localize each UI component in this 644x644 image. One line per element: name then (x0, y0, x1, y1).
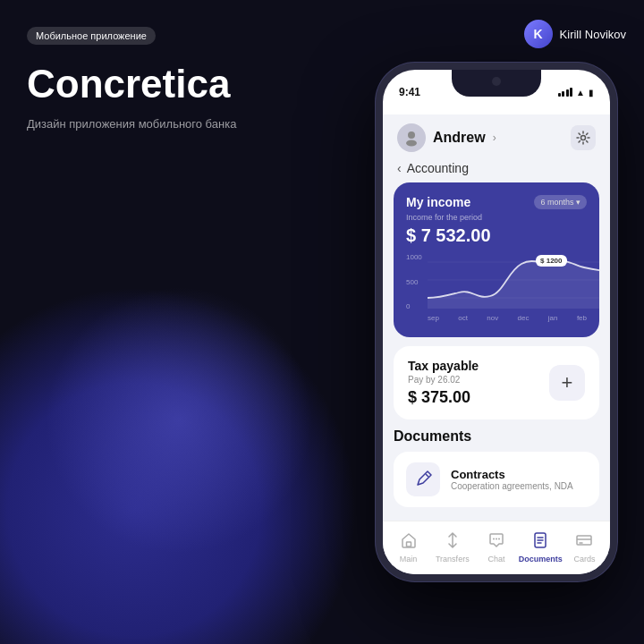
user-badge: K Kirill Novikov (524, 20, 626, 48)
income-chart: 1000 500 0 $ 1200 (406, 253, 587, 325)
breadcrumb-text: Accounting (407, 161, 469, 175)
x-dec: dec (518, 314, 530, 322)
x-nov: nov (487, 314, 498, 322)
chart-y-labels: 1000 500 0 (406, 253, 422, 325)
nav-documents[interactable]: Documents (519, 532, 563, 564)
tax-plus-button[interactable]: + (549, 365, 585, 401)
nav-chat[interactable]: Chat (474, 532, 518, 564)
nav-cards[interactable]: Cards (563, 532, 606, 564)
phone-header: Andrew › (383, 114, 610, 157)
income-card: My income 6 months ▾ Income for the peri… (394, 182, 599, 337)
chart-line (428, 253, 599, 309)
chart-svg-area: $ 1200 (428, 253, 587, 312)
svg-rect-7 (406, 542, 411, 547)
signal-icon (558, 88, 573, 97)
svg-point-10 (498, 538, 500, 540)
user-avatar: K (524, 20, 553, 48)
chart-x-labels: sep oct nov dec jan feb (428, 314, 587, 322)
x-jan: jan (548, 314, 558, 322)
user-name: Kirill Novikov (560, 28, 626, 41)
svg-point-8 (493, 538, 495, 540)
documents-icon (532, 532, 548, 553)
tax-info: Tax payable Pay by 26.02 $ 375.00 (408, 359, 479, 407)
back-arrow[interactable]: ‹ (397, 161, 402, 175)
status-time: 9:41 (399, 86, 420, 98)
tax-card: Tax payable Pay by 26.02 $ 375.00 + (394, 346, 599, 419)
nav-chat-label: Chat (488, 555, 505, 564)
svg-point-2 (581, 136, 586, 140)
app-title: Concretica (27, 63, 242, 106)
user-profile[interactable]: Andrew › (397, 123, 496, 152)
income-title: My income (406, 195, 470, 209)
svg-point-9 (496, 538, 497, 540)
nav-transfers-label: Transfers (436, 555, 470, 564)
phone-user-name: Andrew (433, 130, 486, 146)
chat-icon (488, 532, 504, 553)
chevron-icon: › (493, 131, 496, 144)
contracts-icon (406, 462, 440, 496)
transfers-icon (445, 532, 461, 553)
x-oct: oct (458, 314, 468, 322)
phone-notch (452, 70, 541, 97)
app-subtitle: Дизайн приложения мобильного банка (27, 116, 242, 132)
y-label-500: 500 (406, 278, 422, 286)
home-icon (401, 532, 417, 553)
income-amount: $ 7 532.00 (406, 225, 587, 246)
bottom-nav: Main Transfers (383, 521, 610, 574)
status-icons: ▲ ▮ (558, 88, 594, 97)
breadcrumb: ‹ Accounting (383, 157, 610, 182)
tax-amount: $ 375.00 (408, 388, 479, 407)
tax-title: Tax payable (408, 359, 479, 373)
x-sep: sep (428, 314, 439, 322)
battery-icon: ▮ (589, 88, 594, 97)
camera (492, 77, 501, 86)
nav-main-label: Main (400, 555, 418, 564)
documents-section-title: Documents (394, 428, 599, 445)
profile-avatar (397, 123, 426, 152)
settings-button[interactable] (571, 125, 596, 150)
phone-device: 9:41 ▲ ▮ (376, 63, 617, 581)
contracts-info: Contracts Cooperation agreements, NDA (451, 468, 573, 491)
nav-transfers[interactable]: Transfers (430, 532, 474, 564)
cards-icon (576, 532, 592, 553)
phone-wrapper: 9:41 ▲ ▮ (376, 63, 617, 581)
scroll-area[interactable]: My income 6 months ▾ Income for the peri… (383, 182, 610, 521)
chart-tooltip: $ 1200 (536, 255, 566, 267)
contracts-subtitle: Cooperation agreements, NDA (451, 481, 573, 491)
tax-subtitle: Pay by 26.02 (408, 375, 479, 385)
income-subtitle: Income for the period (406, 213, 587, 222)
nav-cards-label: Cards (573, 555, 595, 564)
nav-main[interactable]: Main (386, 532, 430, 564)
nav-documents-label: Documents (519, 555, 563, 564)
contracts-title: Contracts (451, 468, 573, 481)
card-header: My income 6 months ▾ (406, 195, 587, 209)
svg-point-0 (408, 131, 415, 139)
period-badge[interactable]: 6 months ▾ (534, 195, 587, 209)
y-label-0: 0 (406, 302, 422, 310)
contracts-doc-card[interactable]: Contracts Cooperation agreements, NDA (394, 452, 599, 507)
x-feb: feb (577, 314, 587, 322)
wifi-icon: ▲ (576, 88, 585, 97)
left-panel: Мобильное приложение Concretica Дизайн п… (0, 0, 268, 644)
svg-point-1 (406, 140, 417, 147)
phone-content: Andrew › ‹ Accounting (383, 114, 610, 574)
app-badge: Мобильное приложение (27, 27, 156, 45)
status-bar: 9:41 ▲ ▮ (383, 70, 610, 114)
y-label-1000: 1000 (406, 253, 422, 261)
